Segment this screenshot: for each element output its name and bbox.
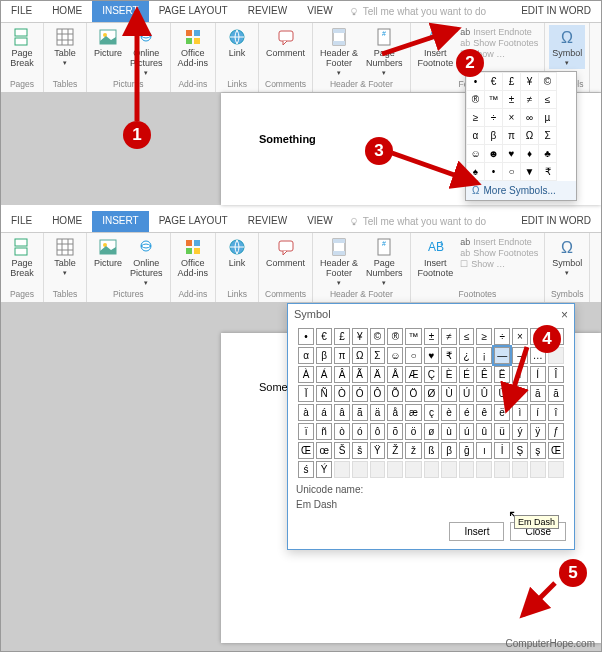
symbol-cell[interactable]: Ø (424, 385, 440, 402)
online-pictures-button[interactable]: Online Pictures▾ (127, 235, 166, 288)
tab-file[interactable]: FILE (1, 1, 42, 22)
addins-button[interactable]: Office Add-ins (175, 235, 212, 281)
symbol-cell[interactable]: Ñ (316, 385, 332, 402)
symbol-cell[interactable]: Ý (316, 461, 332, 478)
symbol-button[interactable]: ΩSymbol▾ (549, 25, 585, 69)
symbol-cell[interactable]: Ï (298, 385, 314, 402)
symbol-cell[interactable]: ñ (316, 423, 332, 440)
symbol-cell[interactable]: Ó (352, 385, 368, 402)
symbol-cell[interactable]: Ÿ (370, 442, 386, 459)
picture-button[interactable]: Picture (91, 235, 125, 271)
tab-view[interactable]: VIEW (297, 1, 343, 22)
symbol-cell[interactable]: å (387, 404, 403, 421)
symbol-cell[interactable]: Â (334, 366, 350, 383)
symbol-cell[interactable]: ¥ (352, 328, 368, 345)
symbol-cell[interactable]: ≥ (476, 328, 492, 345)
page-break-button[interactable]: Page Break (5, 25, 39, 71)
header-footer-button[interactable]: Header & Footer▾ (317, 25, 361, 78)
symbol-cell[interactable]: û (476, 423, 492, 440)
symbol-cell[interactable]: æ (405, 404, 421, 421)
symbol-cell[interactable]: ù (441, 423, 457, 440)
symbol-cell[interactable]: ÿ (530, 423, 546, 440)
tab-home[interactable]: HOME (42, 211, 92, 232)
symbol-cell[interactable]: Œ (548, 442, 564, 459)
symbol-cell[interactable]: β (441, 442, 457, 459)
symbol-cell[interactable]: Ú (459, 385, 475, 402)
tab-review[interactable]: REVIEW (238, 1, 297, 22)
symbol-cell[interactable]: ś (298, 461, 314, 478)
symbol-cell[interactable]: ş (530, 442, 546, 459)
symbol-cell[interactable]: ¿ (459, 347, 475, 364)
symbol-cell[interactable]: ı (476, 442, 492, 459)
edit-in-word[interactable]: EDIT IN WORD (511, 211, 601, 232)
symbol-cell[interactable]: İ (494, 442, 510, 459)
symbol-cell[interactable]: ß (424, 442, 440, 459)
link-button[interactable]: Link (220, 235, 254, 271)
symbol-cell[interactable]: Œ (298, 442, 314, 459)
symbol-cell[interactable]: è (441, 404, 457, 421)
symbol-cell[interactable]: î (548, 404, 564, 421)
comment-button[interactable]: Comment (263, 235, 308, 271)
symbol-cell[interactable]: Ž (387, 442, 403, 459)
symbol-cell[interactable]: • (298, 328, 314, 345)
symbol-cell[interactable]: ≤ (459, 328, 475, 345)
comment-button[interactable]: Comment (263, 25, 308, 61)
tell-me[interactable]: Tell me what you want to do (343, 211, 492, 232)
table-button[interactable]: Table▾ (48, 235, 82, 279)
page-break-button[interactable]: Page Break (5, 235, 39, 281)
symbol-cell[interactable]: Ç (424, 366, 440, 383)
symbol-cell[interactable]: ø (424, 423, 440, 440)
symbol-cell[interactable]: ó (352, 423, 368, 440)
header-footer-button[interactable]: Header & Footer▾ (317, 235, 361, 288)
page-numbers-button[interactable]: #Page Numbers▾ (363, 235, 406, 288)
symbol-cell[interactable]: ž (405, 442, 421, 459)
symbol-cell[interactable]: À (298, 366, 314, 383)
symbol-button[interactable]: ΩSymbol▾ (549, 235, 585, 279)
symbol-cell[interactable]: ® (387, 328, 403, 345)
symbol-cell[interactable]: Ä (370, 366, 386, 383)
addins-button[interactable]: Office Add-ins (175, 25, 212, 71)
symbol-cell[interactable]: ♥ (424, 347, 440, 364)
symbol-cell[interactable]: Ò (334, 385, 350, 402)
symbol-cell[interactable]: ± (424, 328, 440, 345)
symbol-cell[interactable]: È (441, 366, 457, 383)
symbol-cell[interactable]: ü (494, 423, 510, 440)
symbol-cell[interactable]: Û (476, 385, 492, 402)
symbol-cell[interactable]: ú (459, 423, 475, 440)
symbol-cell[interactable]: ç (424, 404, 440, 421)
link-button[interactable]: Link (220, 25, 254, 61)
symbol-cell[interactable]: ï (298, 423, 314, 440)
symbol-cell[interactable]: ö (405, 423, 421, 440)
symbol-cell[interactable]: £ (334, 328, 350, 345)
symbol-cell[interactable]: É (459, 366, 475, 383)
symbol-cell[interactable]: ₹ (441, 347, 457, 364)
symbol-cell[interactable]: á (316, 404, 332, 421)
symbol-cell[interactable]: ê (476, 404, 492, 421)
symbol-cell[interactable]: š (352, 442, 368, 459)
symbol-cell[interactable]: Ê (476, 366, 492, 383)
symbol-cell[interactable]: Ù (441, 385, 457, 402)
symbol-cell[interactable]: Ã (352, 366, 368, 383)
symbol-cell[interactable]: Á (316, 366, 332, 383)
symbol-cell[interactable]: ò (334, 423, 350, 440)
insert-button[interactable]: Insert (449, 522, 504, 541)
tab-home[interactable]: HOME (42, 1, 92, 22)
symbol-cell[interactable]: Õ (387, 385, 403, 402)
symbol-cell[interactable]: Ω (352, 347, 368, 364)
symbol-cell[interactable]: ý (512, 423, 528, 440)
tab-review[interactable]: REVIEW (238, 211, 297, 232)
symbol-cell[interactable]: ≠ (441, 328, 457, 345)
tab-insert[interactable]: INSERT (92, 211, 149, 232)
tab-file[interactable]: FILE (1, 211, 42, 232)
symbol-cell[interactable]: œ (316, 442, 332, 459)
symbol-cell[interactable]: ä (370, 404, 386, 421)
symbol-cell[interactable]: Å (387, 366, 403, 383)
symbol-cell[interactable]: ă (548, 385, 564, 402)
symbol-cell[interactable]: Î (548, 366, 564, 383)
tab-view[interactable]: VIEW (297, 211, 343, 232)
symbol-cell[interactable]: õ (387, 423, 403, 440)
insert-footnote-button[interactable]: AB1Insert Footnote (415, 235, 457, 281)
symbol-cell[interactable]: ¡ (476, 347, 492, 364)
close-icon[interactable]: × (561, 308, 568, 322)
symbol-cell[interactable]: Σ (370, 347, 386, 364)
